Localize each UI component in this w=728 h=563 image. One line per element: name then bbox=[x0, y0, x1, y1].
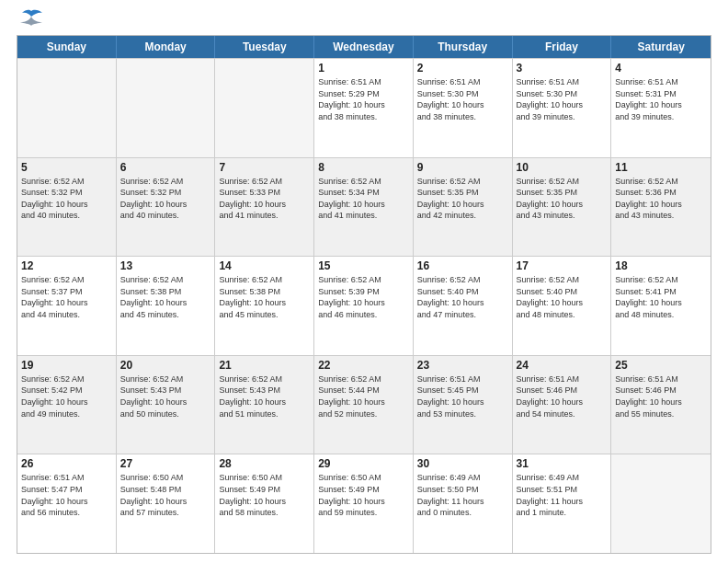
logo bbox=[17, 17, 44, 28]
day-number: 23 bbox=[417, 359, 508, 372]
day-info: Sunrise: 6:51 AM Sunset: 5:46 PM Dayligh… bbox=[615, 373, 707, 419]
day-info: Sunrise: 6:50 AM Sunset: 5:49 PM Dayligh… bbox=[219, 472, 310, 518]
day-cell-6: 6Sunrise: 6:52 AM Sunset: 5:32 PM Daylig… bbox=[117, 158, 216, 257]
day-cell-16: 16Sunrise: 6:52 AM Sunset: 5:40 PM Dayli… bbox=[414, 257, 513, 355]
day-cell-31: 31Sunrise: 6:49 AM Sunset: 5:51 PM Dayli… bbox=[513, 454, 612, 553]
day-info: Sunrise: 6:52 AM Sunset: 5:35 PM Dayligh… bbox=[417, 176, 508, 222]
day-cell-21: 21Sunrise: 6:52 AM Sunset: 5:43 PM Dayli… bbox=[215, 356, 314, 454]
day-number: 3 bbox=[517, 62, 608, 75]
day-cell-27: 27Sunrise: 6:50 AM Sunset: 5:48 PM Dayli… bbox=[117, 454, 216, 553]
day-cell-2: 2Sunrise: 6:51 AM Sunset: 5:30 PM Daylig… bbox=[414, 59, 513, 157]
day-cell-11: 11Sunrise: 6:52 AM Sunset: 5:36 PM Dayli… bbox=[611, 158, 711, 257]
day-cell-19: 19Sunrise: 6:52 AM Sunset: 5:42 PM Dayli… bbox=[17, 356, 117, 454]
day-cell-empty bbox=[17, 59, 117, 157]
day-number: 12 bbox=[21, 259, 112, 272]
day-info: Sunrise: 6:51 AM Sunset: 5:46 PM Dayligh… bbox=[517, 373, 608, 419]
logo-bird-icon bbox=[18, 9, 44, 28]
weekday-header-wednesday: Wednesday bbox=[314, 36, 414, 58]
day-info: Sunrise: 6:52 AM Sunset: 5:37 PM Dayligh… bbox=[21, 274, 112, 320]
day-cell-3: 3Sunrise: 6:51 AM Sunset: 5:30 PM Daylig… bbox=[513, 59, 612, 157]
day-info: Sunrise: 6:52 AM Sunset: 5:32 PM Dayligh… bbox=[21, 176, 112, 222]
day-number: 16 bbox=[417, 259, 508, 272]
day-info: Sunrise: 6:50 AM Sunset: 5:48 PM Dayligh… bbox=[120, 472, 211, 518]
day-info: Sunrise: 6:51 AM Sunset: 5:47 PM Dayligh… bbox=[21, 472, 112, 518]
week-row-3: 12Sunrise: 6:52 AM Sunset: 5:37 PM Dayli… bbox=[17, 256, 711, 355]
weekday-header-thursday: Thursday bbox=[414, 36, 513, 58]
week-row-5: 26Sunrise: 6:51 AM Sunset: 5:47 PM Dayli… bbox=[17, 454, 711, 553]
day-cell-14: 14Sunrise: 6:52 AM Sunset: 5:38 PM Dayli… bbox=[215, 257, 314, 355]
weekday-header-sunday: Sunday bbox=[17, 36, 117, 58]
day-cell-4: 4Sunrise: 6:51 AM Sunset: 5:31 PM Daylig… bbox=[611, 59, 711, 157]
day-cell-20: 20Sunrise: 6:52 AM Sunset: 5:43 PM Dayli… bbox=[117, 356, 216, 454]
week-row-2: 5Sunrise: 6:52 AM Sunset: 5:32 PM Daylig… bbox=[17, 157, 711, 257]
day-number: 18 bbox=[615, 259, 707, 272]
day-number: 17 bbox=[517, 259, 608, 272]
day-cell-30: 30Sunrise: 6:49 AM Sunset: 5:50 PM Dayli… bbox=[414, 454, 513, 553]
day-cell-9: 9Sunrise: 6:52 AM Sunset: 5:35 PM Daylig… bbox=[414, 158, 513, 257]
day-number: 1 bbox=[318, 62, 409, 75]
week-row-4: 19Sunrise: 6:52 AM Sunset: 5:42 PM Dayli… bbox=[17, 355, 711, 454]
day-info: Sunrise: 6:52 AM Sunset: 5:40 PM Dayligh… bbox=[517, 274, 608, 320]
day-cell-17: 17Sunrise: 6:52 AM Sunset: 5:40 PM Dayli… bbox=[513, 257, 612, 355]
day-number: 28 bbox=[219, 457, 310, 470]
day-number: 24 bbox=[517, 359, 608, 372]
day-info: Sunrise: 6:52 AM Sunset: 5:34 PM Dayligh… bbox=[318, 176, 409, 222]
weekday-header-saturday: Saturday bbox=[611, 36, 711, 58]
day-number: 15 bbox=[318, 259, 409, 272]
day-info: Sunrise: 6:51 AM Sunset: 5:31 PM Dayligh… bbox=[615, 76, 707, 122]
day-info: Sunrise: 6:52 AM Sunset: 5:44 PM Dayligh… bbox=[318, 373, 409, 419]
day-info: Sunrise: 6:52 AM Sunset: 5:38 PM Dayligh… bbox=[219, 274, 310, 320]
day-number: 21 bbox=[219, 359, 310, 372]
day-number: 5 bbox=[21, 161, 112, 174]
day-cell-7: 7Sunrise: 6:52 AM Sunset: 5:33 PM Daylig… bbox=[215, 158, 314, 257]
day-number: 6 bbox=[120, 161, 211, 174]
day-cell-24: 24Sunrise: 6:51 AM Sunset: 5:46 PM Dayli… bbox=[513, 356, 612, 454]
day-number: 14 bbox=[219, 259, 310, 272]
day-cell-13: 13Sunrise: 6:52 AM Sunset: 5:38 PM Dayli… bbox=[117, 257, 216, 355]
day-info: Sunrise: 6:52 AM Sunset: 5:39 PM Dayligh… bbox=[318, 274, 409, 320]
calendar: SundayMondayTuesdayWednesdayThursdayFrid… bbox=[17, 35, 711, 554]
day-number: 25 bbox=[615, 359, 707, 372]
day-number: 22 bbox=[318, 359, 409, 372]
day-cell-empty bbox=[117, 59, 216, 157]
week-row-1: 1Sunrise: 6:51 AM Sunset: 5:29 PM Daylig… bbox=[17, 58, 711, 157]
day-info: Sunrise: 6:51 AM Sunset: 5:45 PM Dayligh… bbox=[417, 373, 508, 419]
day-number: 7 bbox=[219, 161, 310, 174]
day-number: 13 bbox=[120, 259, 211, 272]
day-cell-1: 1Sunrise: 6:51 AM Sunset: 5:29 PM Daylig… bbox=[314, 59, 414, 157]
day-info: Sunrise: 6:52 AM Sunset: 5:42 PM Dayligh… bbox=[21, 373, 112, 419]
day-info: Sunrise: 6:49 AM Sunset: 5:50 PM Dayligh… bbox=[417, 472, 508, 518]
day-cell-22: 22Sunrise: 6:52 AM Sunset: 5:44 PM Dayli… bbox=[314, 356, 414, 454]
day-info: Sunrise: 6:52 AM Sunset: 5:32 PM Dayligh… bbox=[120, 176, 211, 222]
day-info: Sunrise: 6:52 AM Sunset: 5:36 PM Dayligh… bbox=[615, 176, 707, 222]
day-number: 2 bbox=[417, 62, 508, 75]
day-info: Sunrise: 6:52 AM Sunset: 5:40 PM Dayligh… bbox=[417, 274, 508, 320]
calendar-body: 1Sunrise: 6:51 AM Sunset: 5:29 PM Daylig… bbox=[17, 58, 711, 553]
day-cell-15: 15Sunrise: 6:52 AM Sunset: 5:39 PM Dayli… bbox=[314, 257, 414, 355]
day-number: 26 bbox=[21, 457, 112, 470]
day-info: Sunrise: 6:52 AM Sunset: 5:38 PM Dayligh… bbox=[120, 274, 211, 320]
weekday-header-monday: Monday bbox=[117, 36, 216, 58]
day-number: 4 bbox=[615, 62, 707, 75]
day-info: Sunrise: 6:50 AM Sunset: 5:49 PM Dayligh… bbox=[318, 472, 409, 518]
day-info: Sunrise: 6:49 AM Sunset: 5:51 PM Dayligh… bbox=[517, 472, 608, 518]
day-number: 10 bbox=[517, 161, 608, 174]
day-cell-29: 29Sunrise: 6:50 AM Sunset: 5:49 PM Dayli… bbox=[314, 454, 414, 553]
day-number: 9 bbox=[417, 161, 508, 174]
header bbox=[17, 17, 711, 28]
day-info: Sunrise: 6:52 AM Sunset: 5:33 PM Dayligh… bbox=[219, 176, 310, 222]
day-cell-5: 5Sunrise: 6:52 AM Sunset: 5:32 PM Daylig… bbox=[17, 158, 117, 257]
day-cell-10: 10Sunrise: 6:52 AM Sunset: 5:35 PM Dayli… bbox=[513, 158, 612, 257]
day-number: 11 bbox=[615, 161, 707, 174]
day-info: Sunrise: 6:51 AM Sunset: 5:30 PM Dayligh… bbox=[417, 76, 508, 122]
day-number: 29 bbox=[318, 457, 409, 470]
day-info: Sunrise: 6:52 AM Sunset: 5:41 PM Dayligh… bbox=[615, 274, 707, 320]
day-cell-12: 12Sunrise: 6:52 AM Sunset: 5:37 PM Dayli… bbox=[17, 257, 117, 355]
day-number: 20 bbox=[120, 359, 211, 372]
day-cell-26: 26Sunrise: 6:51 AM Sunset: 5:47 PM Dayli… bbox=[17, 454, 117, 553]
day-cell-8: 8Sunrise: 6:52 AM Sunset: 5:34 PM Daylig… bbox=[314, 158, 414, 257]
day-cell-28: 28Sunrise: 6:50 AM Sunset: 5:49 PM Dayli… bbox=[215, 454, 314, 553]
day-info: Sunrise: 6:52 AM Sunset: 5:43 PM Dayligh… bbox=[120, 373, 211, 419]
day-cell-empty bbox=[215, 59, 314, 157]
weekday-header-friday: Friday bbox=[513, 36, 612, 58]
